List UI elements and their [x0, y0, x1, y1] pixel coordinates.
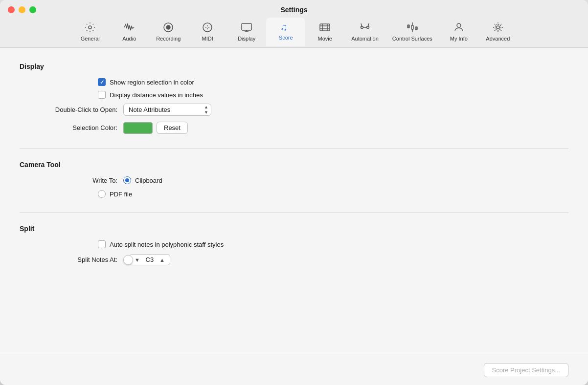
- split-slider-thumb[interactable]: [123, 255, 133, 265]
- clipboard-radio-row: Clipboard: [123, 176, 162, 184]
- recording-icon: [162, 21, 174, 33]
- pdf-radio-row: PDF file: [20, 190, 568, 198]
- display-section: Display Show region selection in color D…: [20, 63, 568, 134]
- tab-automation[interactable]: Automation: [344, 18, 385, 46]
- split-section-title: Split: [20, 225, 568, 233]
- svg-point-3: [203, 23, 212, 32]
- tab-display[interactable]: Display: [227, 18, 266, 46]
- automation-icon: [359, 21, 371, 33]
- window-title: Settings: [8, 6, 580, 14]
- svg-rect-8: [320, 24, 330, 31]
- tab-score[interactable]: ♫ Score: [266, 18, 305, 46]
- content-area: Display Show region selection in color D…: [0, 48, 588, 355]
- auto-split-label: Auto split notes in polyphonic staff sty…: [110, 241, 224, 248]
- split-notes-label: Split Notes At:: [20, 256, 117, 263]
- toolbar: General Audio Recordi: [8, 18, 580, 47]
- tab-advanced-label: Advanced: [486, 36, 510, 42]
- clipboard-radio[interactable]: [123, 176, 131, 184]
- tab-general[interactable]: General: [70, 18, 110, 46]
- svg-rect-19: [411, 25, 413, 29]
- tab-advanced[interactable]: Advanced: [478, 18, 518, 46]
- display-distance-checkbox[interactable]: [98, 91, 106, 99]
- settings-window: Settings General: [0, 0, 588, 385]
- double-click-row: Double-Click to Open: Note Attributes Ev…: [20, 104, 568, 116]
- tab-audio[interactable]: Audio: [110, 18, 149, 46]
- svg-rect-4: [242, 23, 251, 30]
- pdf-radio[interactable]: [98, 190, 106, 198]
- show-region-color-checkbox[interactable]: [98, 78, 106, 86]
- svg-point-22: [457, 23, 461, 27]
- divider-2: [20, 213, 568, 213]
- camera-tool-title: Camera Tool: [20, 161, 568, 169]
- split-slider-container: ▼ C3 ▲: [123, 254, 170, 265]
- minimize-button[interactable]: [19, 6, 25, 13]
- svg-point-23: [497, 26, 499, 29]
- display-icon: [241, 21, 252, 33]
- tab-my-info[interactable]: My Info: [439, 18, 478, 46]
- double-click-select-wrapper: Note Attributes Event Editor Piano Roll …: [123, 104, 211, 116]
- write-to-label: Write To:: [20, 177, 117, 184]
- display-section-title: Display: [20, 63, 568, 70]
- advanced-icon: [492, 21, 504, 33]
- tab-automation-label: Automation: [351, 36, 379, 42]
- svg-text:♫: ♫: [280, 21, 288, 32]
- footer: Score Project Settings...: [0, 355, 588, 385]
- display-distance-row: Display distance values in inches: [20, 91, 568, 99]
- tab-my-info-label: My Info: [450, 36, 468, 42]
- pdf-label: PDF file: [110, 191, 132, 198]
- svg-point-2: [166, 25, 170, 29]
- tab-control-surfaces-label: Control Surfaces: [392, 36, 432, 42]
- svg-point-0: [89, 26, 91, 29]
- tab-recording-label: Recording: [156, 36, 181, 42]
- stepper-value: C3: [144, 256, 156, 263]
- split-section: Split Auto split notes in polyphonic sta…: [20, 225, 568, 265]
- tab-control-surfaces[interactable]: Control Surfaces: [385, 18, 439, 46]
- split-notes-row: Split Notes At: ▼ C3 ▲: [20, 254, 568, 265]
- tab-movie-label: Movie: [318, 36, 332, 42]
- double-click-select[interactable]: Note Attributes Event Editor Piano Roll: [123, 104, 211, 116]
- auto-split-row: Auto split notes in polyphonic staff sty…: [20, 240, 568, 248]
- tab-midi-label: MIDI: [202, 36, 213, 42]
- camera-tool-section: Camera Tool Write To: Clipboard PDF file: [20, 161, 568, 198]
- my-info-icon: [453, 21, 465, 33]
- midi-icon: [202, 21, 213, 33]
- split-stepper: ▼ C3 ▲: [129, 254, 170, 265]
- tab-recording[interactable]: Recording: [149, 18, 188, 46]
- title-bar: Settings General: [0, 0, 588, 48]
- color-swatch[interactable]: [123, 122, 153, 134]
- tab-score-label: Score: [279, 35, 293, 41]
- stepper-down-button[interactable]: ▼: [134, 257, 141, 263]
- close-button[interactable]: [8, 6, 15, 13]
- audio-icon: [123, 21, 135, 33]
- selection-color-label: Selection Color:: [20, 124, 117, 131]
- score-icon: ♫: [279, 21, 292, 32]
- double-click-label: Double-Click to Open:: [20, 106, 117, 113]
- write-to-row: Write To: Clipboard: [20, 176, 568, 184]
- auto-split-checkbox[interactable]: [98, 240, 106, 248]
- control-surfaces-icon: [407, 21, 418, 33]
- tab-general-label: General: [81, 36, 100, 42]
- tab-midi[interactable]: MIDI: [188, 18, 227, 46]
- divider-1: [20, 149, 568, 149]
- tab-movie[interactable]: Movie: [305, 18, 344, 46]
- maximize-button[interactable]: [29, 6, 36, 13]
- movie-icon: [319, 21, 331, 33]
- svg-point-24: [495, 24, 501, 30]
- gear-icon: [84, 21, 96, 33]
- window-controls: [8, 6, 36, 13]
- show-region-color-label: Show region selection in color: [110, 79, 194, 86]
- clipboard-label: Clipboard: [135, 177, 162, 184]
- show-region-color-row: Show region selection in color: [20, 78, 568, 86]
- selection-color-row: Selection Color: Reset: [20, 122, 568, 134]
- reset-button[interactable]: Reset: [157, 122, 188, 134]
- stepper-up-button[interactable]: ▲: [158, 257, 166, 263]
- display-distance-label: Display distance values in inches: [110, 91, 203, 99]
- tab-audio-label: Audio: [122, 36, 136, 42]
- tab-display-label: Display: [238, 36, 255, 42]
- project-settings-button[interactable]: Score Project Settings...: [484, 363, 568, 377]
